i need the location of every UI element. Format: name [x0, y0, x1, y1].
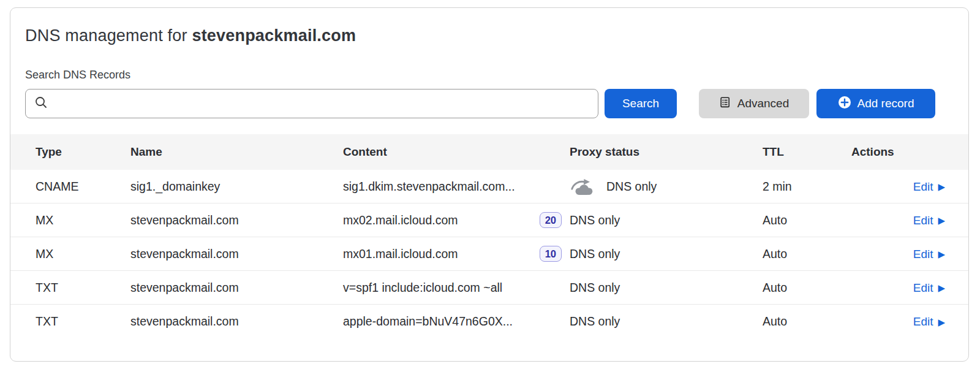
advanced-button-label: Advanced [737, 97, 790, 110]
record-content-text: apple-domain=bNuV47n6G0X... [343, 314, 513, 329]
record-name-cell: stevenpackmail.com [130, 281, 343, 295]
record-type-cell: MX [36, 213, 130, 227]
record-type-cell: TXT [36, 314, 130, 329]
dns-table-body: CNAME sig1._domainkey sig1.dkim.stevenpa… [10, 170, 968, 338]
proxy-status-text: DNS only [570, 247, 620, 261]
proxy-status-cell: DNS only [570, 314, 763, 329]
ttl-cell: Auto [763, 281, 851, 295]
actions-cell: Edit ▶ [851, 314, 945, 329]
record-content-cell: mx02.mail.icloud.com 20 [343, 212, 570, 228]
ttl-cell: Auto [763, 213, 851, 227]
proxy-status-cell: DNS only [570, 213, 763, 227]
column-header-proxy-status: Proxy status [570, 145, 763, 159]
actions-cell: Edit ▶ [851, 180, 945, 194]
record-content-text: sig1.dkim.stevenpackmail.com... [343, 180, 515, 194]
table-row: TXT stevenpackmail.com v=spf1 include:ic… [10, 271, 968, 305]
edit-label: Edit [913, 248, 933, 261]
record-content-cell: v=spf1 include:icloud.com ~all [343, 281, 570, 295]
page-title-prefix: DNS management for [25, 26, 192, 45]
column-header-name: Name [130, 145, 343, 159]
search-label: Search DNS Records [25, 69, 954, 82]
table-row: TXT stevenpackmail.com apple-domain=bNuV… [10, 305, 968, 338]
domain-name: stevenpackmail.com [192, 26, 356, 45]
record-content-cell: mx01.mail.icloud.com 10 [343, 246, 570, 262]
table-row: MX stevenpackmail.com mx01.mail.icloud.c… [10, 237, 968, 271]
edit-arrow-icon: ▶ [938, 318, 945, 327]
record-name-cell: stevenpackmail.com [130, 314, 343, 329]
advanced-list-icon [719, 96, 731, 112]
plus-circle-icon [838, 96, 851, 112]
search-box[interactable] [25, 89, 598, 118]
table-header-row: Type Name Content Proxy status TTL Actio… [10, 134, 968, 170]
actions-cell: Edit ▶ [851, 247, 945, 261]
record-content-cell: apple-domain=bNuV47n6G0X... [343, 314, 570, 329]
page-title: DNS management for stevenpackmail.com [25, 26, 954, 45]
search-controls-row: Search Advanced [25, 89, 954, 118]
proxy-status-text: DNS only [570, 314, 620, 329]
ttl-cell: Auto [763, 247, 851, 261]
proxy-status-text: DNS only [606, 180, 657, 194]
proxy-status-cell: DNS only [570, 281, 763, 295]
search-input[interactable] [54, 96, 589, 111]
edit-record-button[interactable]: Edit ▶ [913, 248, 945, 261]
edit-label: Edit [913, 180, 933, 194]
edit-arrow-icon: ▶ [938, 249, 945, 259]
edit-arrow-icon: ▶ [938, 182, 945, 191]
add-record-button[interactable]: Add record [816, 89, 935, 118]
edit-record-button[interactable]: Edit ▶ [913, 281, 945, 295]
edit-record-button[interactable]: Edit ▶ [913, 180, 945, 194]
edit-arrow-icon: ▶ [938, 216, 945, 225]
proxy-status-cell: DNS only [570, 247, 763, 261]
column-header-type: Type [36, 145, 130, 159]
dns-management-panel: DNS management for stevenpackmail.com Se… [10, 7, 969, 362]
record-name-cell: sig1._domainkey [130, 180, 343, 194]
table-row: MX stevenpackmail.com mx02.mail.icloud.c… [10, 204, 968, 237]
record-content-text: v=spf1 include:icloud.com ~all [343, 281, 502, 295]
search-button[interactable]: Search [605, 89, 677, 118]
record-content-text: mx01.mail.icloud.com [343, 247, 458, 261]
record-type-cell: CNAME [36, 180, 130, 194]
record-content-text: mx02.mail.icloud.com [343, 213, 458, 227]
edit-record-button[interactable]: Edit ▶ [913, 315, 945, 329]
record-type-cell: MX [36, 247, 130, 261]
actions-cell: Edit ▶ [851, 281, 945, 295]
record-name-cell: stevenpackmail.com [130, 213, 343, 227]
search-icon [34, 96, 48, 112]
table-row: CNAME sig1._domainkey sig1.dkim.stevenpa… [10, 170, 968, 204]
record-content-cell: sig1.dkim.stevenpackmail.com... [343, 180, 570, 194]
column-header-actions: Actions [851, 145, 945, 159]
advanced-button[interactable]: Advanced [699, 89, 809, 118]
actions-cell: Edit ▶ [851, 213, 945, 227]
column-header-ttl: TTL [763, 145, 851, 159]
ttl-cell: Auto [763, 314, 851, 329]
edit-label: Edit [913, 214, 933, 227]
proxy-status-text: DNS only [570, 213, 620, 227]
column-header-content: Content [343, 145, 570, 159]
edit-label: Edit [913, 315, 933, 329]
ttl-cell: 2 min [763, 180, 851, 194]
edit-record-button[interactable]: Edit ▶ [913, 214, 945, 227]
proxy-status-cell: DNS only [570, 177, 763, 196]
edit-arrow-icon: ▶ [938, 283, 945, 292]
record-name-cell: stevenpackmail.com [130, 247, 343, 261]
proxy-status-text: DNS only [570, 281, 620, 295]
edit-label: Edit [913, 281, 933, 295]
mx-priority-badge: 20 [540, 212, 562, 228]
record-type-cell: TXT [36, 281, 130, 295]
mx-priority-badge: 10 [540, 246, 562, 262]
dns-records-table: Type Name Content Proxy status TTL Actio… [10, 134, 968, 338]
dns-only-cloud-icon [570, 177, 597, 196]
add-record-button-label: Add record [858, 97, 914, 110]
